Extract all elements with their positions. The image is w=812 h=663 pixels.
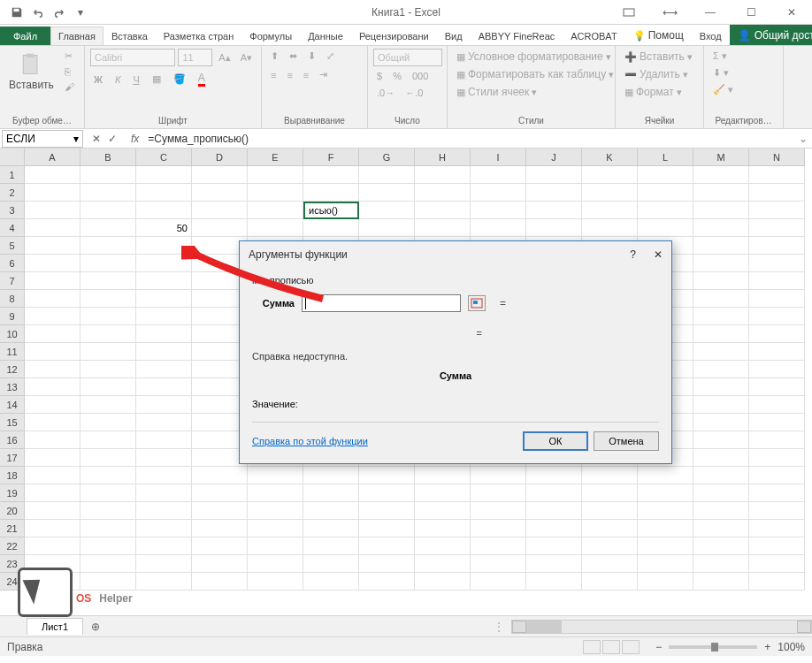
align-bot-icon[interactable]: ⬇ (304, 49, 319, 64)
cell[interactable] (749, 361, 805, 378)
column-header[interactable]: E (248, 149, 303, 166)
select-all-corner[interactable] (0, 149, 25, 166)
cell[interactable] (693, 414, 749, 431)
format-painter-icon[interactable]: 🖌 (61, 80, 78, 94)
cell[interactable] (80, 237, 136, 255)
cell[interactable] (248, 502, 303, 520)
function-help-link[interactable]: Справка по этой функции (252, 436, 368, 446)
cell[interactable] (80, 272, 136, 290)
cell[interactable] (749, 325, 805, 343)
cell[interactable] (303, 520, 359, 537)
underline-button[interactable]: Ч (129, 70, 142, 88)
cell[interactable] (359, 537, 415, 555)
decrease-font-icon[interactable]: A▾ (237, 49, 256, 66)
cell[interactable] (582, 219, 638, 237)
scroll-right-icon[interactable] (797, 621, 811, 633)
cell[interactable] (80, 219, 136, 237)
cell[interactable] (693, 431, 749, 449)
paste-button[interactable]: Вставить (5, 49, 57, 114)
cell[interactable] (25, 308, 80, 325)
tab-home[interactable]: Главная (50, 27, 103, 45)
cell[interactable] (526, 484, 582, 502)
cell[interactable] (248, 184, 303, 202)
dialog-help-icon[interactable]: ? (630, 248, 636, 261)
format-cells-button[interactable]: ▦ Формат ▾ (621, 84, 698, 100)
cell[interactable] (471, 467, 526, 484)
cell[interactable] (136, 237, 192, 255)
cell[interactable] (359, 184, 415, 202)
cell[interactable] (80, 308, 136, 325)
cell[interactable] (136, 537, 192, 555)
cell[interactable] (359, 219, 415, 237)
cell[interactable] (25, 325, 80, 343)
cell[interactable] (80, 449, 136, 467)
row-header[interactable]: 12 (0, 361, 25, 378)
cell[interactable] (582, 467, 638, 484)
cell[interactable] (526, 502, 582, 520)
number-format-combo[interactable]: Общий (373, 49, 442, 66)
cell[interactable] (526, 573, 582, 591)
cell[interactable] (136, 202, 192, 219)
cell[interactable] (136, 378, 192, 396)
cell[interactable] (192, 573, 248, 591)
clear-icon[interactable]: 🧹 ▾ (709, 82, 778, 97)
ok-button[interactable]: ОК (523, 431, 588, 451)
row-header[interactable]: 5 (0, 237, 25, 255)
column-header[interactable]: C (136, 149, 192, 166)
cell[interactable] (749, 449, 805, 467)
cell[interactable] (749, 484, 805, 502)
increase-font-icon[interactable]: A▴ (215, 49, 234, 66)
cell[interactable] (638, 484, 693, 502)
cell[interactable] (80, 166, 136, 184)
fill-color-icon[interactable]: 🪣 (170, 70, 189, 88)
cell[interactable] (25, 343, 80, 361)
tab-abbyy[interactable]: ABBYY FineReac (471, 27, 563, 45)
cell[interactable] (80, 343, 136, 361)
cell[interactable] (136, 502, 192, 520)
currency-icon[interactable]: $ (373, 69, 386, 83)
horizontal-scrollbar[interactable] (511, 620, 812, 634)
cell[interactable] (136, 449, 192, 467)
column-header[interactable]: H (415, 149, 471, 166)
cell[interactable] (192, 166, 248, 184)
cell[interactable] (415, 219, 471, 237)
cell[interactable] (359, 467, 415, 484)
orient-icon[interactable]: ⤢ (323, 49, 338, 64)
range-select-icon[interactable] (468, 295, 486, 311)
save-icon[interactable] (7, 3, 27, 22)
cell[interactable] (582, 202, 638, 219)
row-header[interactable]: 18 (0, 467, 25, 484)
cell[interactable] (749, 237, 805, 255)
undo-icon[interactable] (28, 3, 48, 22)
cell[interactable] (80, 290, 136, 308)
cell[interactable] (136, 573, 192, 591)
cell[interactable] (749, 343, 805, 361)
fx-icon[interactable]: fx (126, 133, 144, 145)
column-header[interactable]: K (582, 149, 638, 166)
cell[interactable] (749, 396, 805, 414)
cell[interactable] (303, 166, 359, 184)
cell[interactable] (693, 573, 749, 591)
cell[interactable] (25, 449, 80, 467)
cell[interactable] (749, 166, 805, 184)
view-pagebreak-icon[interactable] (622, 640, 640, 654)
cell[interactable] (136, 184, 192, 202)
delete-cells-button[interactable]: ➖ Удалить ▾ (621, 66, 698, 82)
tab-help[interactable]: 💡 Помощ (625, 25, 692, 45)
row-header[interactable]: 24 (0, 573, 25, 591)
cell[interactable] (749, 378, 805, 396)
insert-cells-button[interactable]: ➕ Вставить ▾ (621, 49, 698, 65)
cell[interactable] (80, 555, 136, 573)
cell[interactable] (25, 219, 80, 237)
cell[interactable] (638, 502, 693, 520)
cell[interactable] (303, 219, 359, 237)
cell[interactable] (25, 414, 80, 431)
font-size-combo[interactable]: 11 (178, 49, 212, 66)
dialog-close-icon[interactable]: ✕ (654, 248, 663, 261)
cell[interactable] (80, 361, 136, 378)
cell[interactable] (693, 361, 749, 378)
cell[interactable] (526, 520, 582, 537)
cell[interactable] (359, 502, 415, 520)
cell[interactable] (192, 219, 248, 237)
share-button[interactable]: 👤Общий доступ (730, 25, 812, 45)
